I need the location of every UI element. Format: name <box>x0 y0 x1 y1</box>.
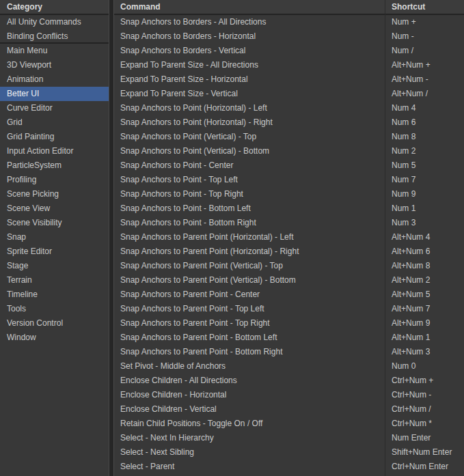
command-cell: Snap Anchors to Point (Vertical) - Botto… <box>114 144 385 158</box>
category-item[interactable]: Window <box>0 331 109 345</box>
shortcut-column-header[interactable]: Shortcut <box>385 0 464 14</box>
category-item[interactable]: Tools <box>0 302 109 316</box>
shortcut-row[interactable]: Snap Anchors to Parent Point - Top Right… <box>114 316 464 331</box>
shortcut-cell: Alt+Num 9 <box>385 316 464 331</box>
category-item[interactable]: Scene Picking <box>0 187 109 201</box>
shortcut-row[interactable]: Snap Anchors to Point - Bottom Right Num… <box>114 216 464 230</box>
category-item[interactable]: 3D Viewport <box>0 58 109 72</box>
column-divider <box>385 0 385 476</box>
shortcut-row[interactable]: Snap Anchors to Parent Point (Vertical) … <box>114 259 464 273</box>
command-cell: Snap Anchors to Parent Point (Vertical) … <box>114 259 385 273</box>
command-cell: Snap Anchors to Point - Top Right <box>114 187 385 201</box>
command-cell: Snap Anchors to Parent Point - Center <box>114 288 385 302</box>
category-item[interactable]: Grid <box>0 115 109 130</box>
command-cell: Enclose Children - All Directions <box>114 374 385 388</box>
command-cell: Snap Anchors to Point - Center <box>114 158 385 173</box>
shortcut-cell: Alt+Num / <box>385 87 464 101</box>
command-cell: Expand To Parent Size - Horizontal <box>114 72 385 87</box>
shortcut-cell: Num Enter <box>385 431 464 445</box>
category-item[interactable]: Sprite Editor <box>0 244 109 259</box>
shortcut-cell: Alt+Num 1 <box>385 331 464 345</box>
command-cell: Snap Anchors to Parent Point (Horizontal… <box>114 230 385 244</box>
category-item[interactable]: ParticleSystem <box>0 158 109 173</box>
shortcut-row[interactable]: Enclose Children - All Directions Ctrl+N… <box>114 374 464 388</box>
category-item[interactable]: Stage <box>0 259 109 273</box>
shortcut-row[interactable]: Snap Anchors to Borders - All Directions… <box>114 15 464 29</box>
shortcut-cell: Ctrl+Num + <box>385 374 464 388</box>
command-cell: Snap Anchors to Point - Bottom Right <box>114 216 385 230</box>
category-item[interactable]: Binding Conflicts <box>0 29 109 44</box>
shortcut-row[interactable]: Select - Next In Hierarchy Num Enter <box>114 431 464 445</box>
category-item[interactable]: Better UI <box>0 87 109 101</box>
shortcut-row[interactable]: Snap Anchors to Point - Bottom Left Num … <box>114 201 464 216</box>
shortcut-row[interactable]: Snap Anchors to Point (Horizontal) - Rig… <box>114 115 464 130</box>
command-cell: Snap Anchors to Parent Point (Horizontal… <box>114 244 385 259</box>
shortcut-cell: Num 4 <box>385 101 464 115</box>
shortcut-cell: Alt+Num 2 <box>385 273 464 288</box>
shortcut-cell: Ctrl+Num - <box>385 388 464 402</box>
category-item[interactable]: Profiling <box>0 173 109 187</box>
category-item[interactable]: Input Action Editor <box>0 144 109 158</box>
shortcut-list: Snap Anchors to Borders - All Directions… <box>114 15 464 474</box>
shortcut-cell: Ctrl+Num / <box>385 402 464 417</box>
category-item[interactable]: Version Control <box>0 316 109 331</box>
category-item[interactable]: Scene Visibility <box>0 216 109 230</box>
shortcut-cell: Num 3 <box>385 216 464 230</box>
shortcut-row[interactable]: Snap Anchors to Point (Horizontal) - Lef… <box>114 101 464 115</box>
shortcut-row[interactable]: Snap Anchors to Point (Vertical) - Top N… <box>114 130 464 144</box>
shortcut-row[interactable]: Snap Anchors to Point - Top Right Num 9 <box>114 187 464 201</box>
shortcut-row[interactable]: Snap Anchors to Parent Point (Horizontal… <box>114 230 464 244</box>
category-item[interactable]: Scene View <box>0 201 109 216</box>
category-item[interactable]: Main Menu <box>0 44 109 58</box>
shortcut-cell: Ctrl+Num * <box>385 417 464 431</box>
shortcut-row[interactable]: Select - Parent Ctrl+Num Enter <box>114 460 464 474</box>
shortcut-row[interactable]: Snap Anchors to Point (Vertical) - Botto… <box>114 144 464 158</box>
command-cell: Snap Anchors to Borders - Horizontal <box>114 29 385 44</box>
category-item[interactable]: Grid Painting <box>0 130 109 144</box>
command-cell: Snap Anchors to Point - Bottom Left <box>114 201 385 216</box>
shortcut-row[interactable]: Snap Anchors to Parent Point (Vertical) … <box>114 273 464 288</box>
shortcut-row[interactable]: Snap Anchors to Point - Top Left Num 7 <box>114 173 464 187</box>
command-cell: Snap Anchors to Borders - All Directions <box>114 15 385 29</box>
shortcut-row[interactable]: Select - Next Sibling Shift+Num Enter <box>114 445 464 460</box>
table-header-row: Command Shortcut <box>114 0 464 15</box>
shortcut-row[interactable]: Snap Anchors to Parent Point - Center Al… <box>114 288 464 302</box>
category-panel: Category All Unity CommandsBinding Confl… <box>0 0 109 476</box>
command-cell: Snap Anchors to Parent Point - Bottom Le… <box>114 331 385 345</box>
category-item[interactable]: Curve Editor <box>0 101 109 115</box>
category-item[interactable]: All Unity Commands <box>0 15 109 29</box>
shortcut-cell: Alt+Num 6 <box>385 244 464 259</box>
category-item[interactable]: Snap <box>0 230 109 244</box>
shortcut-cell: Alt+Num 4 <box>385 230 464 244</box>
command-cell: Snap Anchors to Point (Horizontal) - Lef… <box>114 101 385 115</box>
command-cell: Snap Anchors to Borders - Vertical <box>114 44 385 58</box>
shortcut-row[interactable]: Enclose Children - Horizontal Ctrl+Num - <box>114 388 464 402</box>
shortcut-row[interactable]: Retain Child Positions - Toggle On / Off… <box>114 417 464 431</box>
shortcut-row[interactable]: Snap Anchors to Parent Point - Top Left … <box>114 302 464 316</box>
shortcut-row[interactable]: Snap Anchors to Parent Point - Bottom Le… <box>114 331 464 345</box>
shortcut-row[interactable]: Expand To Parent Size - Vertical Alt+Num… <box>114 87 464 101</box>
category-item[interactable]: Animation <box>0 72 109 87</box>
shortcut-cell: Alt+Num 8 <box>385 259 464 273</box>
command-cell: Snap Anchors to Parent Point - Top Right <box>114 316 385 331</box>
command-column-header[interactable]: Command <box>114 0 385 14</box>
shortcut-row[interactable]: Set Pivot - Middle of Anchors Num 0 <box>114 359 464 374</box>
shortcut-cell: Num 9 <box>385 187 464 201</box>
shortcut-row[interactable]: Enclose Children - Vertical Ctrl+Num / <box>114 402 464 417</box>
shortcut-cell: Num 8 <box>385 130 464 144</box>
shortcut-row[interactable]: Expand To Parent Size - Horizontal Alt+N… <box>114 72 464 87</box>
shortcut-row[interactable]: Snap Anchors to Point - Center Num 5 <box>114 158 464 173</box>
category-item[interactable]: Timeline <box>0 288 109 302</box>
shortcut-row[interactable]: Expand To Parent Size - All Directions A… <box>114 58 464 72</box>
shortcut-cell: Ctrl+Num Enter <box>385 460 464 474</box>
shortcut-row[interactable]: Snap Anchors to Borders - Horizontal Num… <box>114 29 464 44</box>
category-item[interactable]: Terrain <box>0 273 109 288</box>
shortcut-cell: Num 0 <box>385 359 464 374</box>
shortcut-row[interactable]: Snap Anchors to Parent Point - Bottom Ri… <box>114 345 464 359</box>
shortcut-cell: Alt+Num 7 <box>385 302 464 316</box>
category-column-header: Category <box>0 0 109 15</box>
shortcut-row[interactable]: Snap Anchors to Parent Point (Horizontal… <box>114 244 464 259</box>
shortcut-manager-window: Category All Unity CommandsBinding Confl… <box>0 0 464 476</box>
shortcut-cell: Num 1 <box>385 201 464 216</box>
shortcut-row[interactable]: Snap Anchors to Borders - Vertical Num / <box>114 44 464 58</box>
